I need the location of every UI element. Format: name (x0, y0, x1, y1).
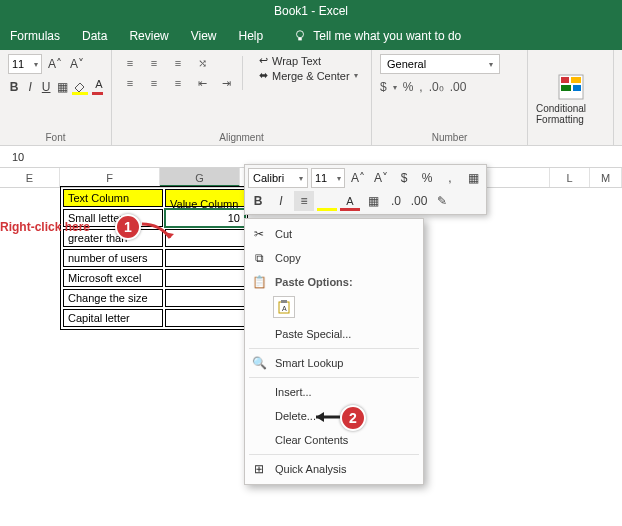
fill-color-button[interactable] (72, 79, 88, 95)
font-size-value: 11 (12, 58, 24, 70)
mini-bold-button[interactable]: B (248, 191, 268, 211)
data-table: Text Column Value Column Small letters10… (60, 186, 248, 330)
ctx-paste-special[interactable]: Paste Special... (245, 322, 423, 346)
col-header-L[interactable]: L (550, 168, 590, 187)
mini-font-select[interactable]: Calibri▾ (248, 168, 308, 188)
mini-size-select[interactable]: 11▾ (311, 168, 345, 188)
col-header-M[interactable]: M (590, 168, 622, 187)
clipboard-icon: A (277, 300, 291, 314)
wrap-text-label: Wrap Text (272, 55, 321, 67)
mini-font-color-button[interactable]: A (340, 191, 360, 211)
tell-me-label: Tell me what you want to do (313, 29, 461, 43)
mini-format-button[interactable]: ▦ (463, 168, 483, 188)
increase-decimal-button[interactable]: .0₀ (429, 80, 444, 94)
tell-me[interactable]: Tell me what you want to do (293, 29, 461, 43)
svg-rect-8 (281, 300, 287, 303)
number-format-select[interactable]: General ▾ (380, 54, 500, 74)
merge-center-button[interactable]: ⬌ Merge & Center ▾ (259, 69, 358, 82)
mini-shrink-font-button[interactable]: A˅ (371, 168, 391, 188)
arrow-icon (310, 409, 344, 425)
chevron-down-icon: ▾ (337, 174, 341, 183)
font-size-select[interactable]: 11 ▾ (8, 54, 42, 74)
paste-option-all[interactable]: A (273, 296, 295, 318)
currency-button[interactable]: $ (380, 80, 387, 94)
tab-data[interactable]: Data (82, 29, 107, 43)
svg-rect-3 (561, 77, 569, 83)
cut-icon: ✂ (251, 226, 267, 242)
align-bottom-button[interactable]: ≡ (168, 54, 188, 72)
borders-button[interactable]: ▦ (56, 78, 68, 96)
ctx-copy[interactable]: ⧉ Copy (245, 246, 423, 270)
ctx-insert[interactable]: Insert... (245, 380, 423, 404)
col-header-F[interactable]: F (60, 168, 160, 187)
align-center-button[interactable]: ≡ (144, 74, 164, 92)
title-bar: Book1 - Excel (0, 0, 622, 22)
tab-review[interactable]: Review (129, 29, 168, 43)
ctx-clear-contents[interactable]: Clear Contents (245, 428, 423, 452)
comma-button[interactable]: , (419, 80, 422, 94)
cell-value[interactable] (165, 249, 245, 267)
header-value-column[interactable]: Value Column (165, 189, 245, 207)
ctx-paste-options-header: 📋 Paste Options: (245, 270, 423, 294)
wrap-text-button[interactable]: ↩ Wrap Text (259, 54, 358, 67)
underline-button[interactable]: U (40, 78, 52, 96)
mini-comma-button[interactable]: , (440, 168, 460, 188)
conditional-formatting-button[interactable]: Conditional Formatting (536, 73, 605, 125)
ribbon-tabs: Formulas Data Review View Help Tell me w… (0, 22, 622, 50)
align-middle-button[interactable]: ≡ (144, 54, 164, 72)
callout-right-click: Right-click here (0, 220, 90, 234)
orientation-button[interactable]: ⤭ (192, 54, 212, 72)
mini-currency-button[interactable]: $ (394, 168, 414, 188)
cell-value[interactable] (165, 309, 245, 327)
mini-decimal-dec-button[interactable]: .00 (409, 191, 429, 211)
increase-font-button[interactable]: A˄ (46, 55, 64, 73)
cell-text[interactable]: Change the size (63, 289, 163, 307)
col-header-E[interactable]: E (0, 168, 60, 187)
mini-align-button[interactable]: ≡ (294, 191, 314, 211)
wrap-text-icon: ↩ (259, 54, 268, 67)
tab-help[interactable]: Help (239, 29, 264, 43)
mini-format-painter-button[interactable]: ✎ (432, 191, 452, 211)
cell-value[interactable] (165, 289, 245, 307)
mini-border-button[interactable]: ▦ (363, 191, 383, 211)
separator (249, 348, 419, 349)
svg-rect-5 (561, 85, 571, 91)
header-text-column[interactable]: Text Column (63, 189, 163, 207)
decrease-font-button[interactable]: A˅ (68, 55, 86, 73)
mini-fill-button[interactable] (317, 191, 337, 211)
mini-italic-button[interactable]: I (271, 191, 291, 211)
decrease-decimal-button[interactable]: .00 (450, 80, 467, 94)
cell-value[interactable] (165, 269, 245, 287)
align-top-button[interactable]: ≡ (120, 54, 140, 72)
separator (249, 454, 419, 455)
cell-text[interactable]: Microsoft excel (63, 269, 163, 287)
mini-percent-button[interactable]: % (417, 168, 437, 188)
svg-rect-6 (573, 85, 581, 91)
italic-button[interactable]: I (24, 78, 36, 96)
ctx-quick-analysis[interactable]: ⊞ Quick Analysis (245, 457, 423, 481)
tab-view[interactable]: View (191, 29, 217, 43)
col-header-G[interactable]: G (160, 168, 240, 187)
ctx-cut[interactable]: ✂ Cut (245, 222, 423, 246)
group-font-label: Font (8, 130, 103, 143)
chevron-down-icon: ▾ (354, 71, 358, 80)
decrease-indent-button[interactable]: ⇤ (192, 74, 212, 92)
search-icon: 🔍 (251, 355, 267, 371)
cell-text[interactable]: Capital letter (63, 309, 163, 327)
percent-button[interactable]: % (403, 80, 414, 94)
mini-grow-font-button[interactable]: A˄ (348, 168, 368, 188)
bold-button[interactable]: B (8, 78, 20, 96)
tab-formulas[interactable]: Formulas (10, 29, 60, 43)
svg-point-0 (297, 31, 304, 38)
increase-indent-button[interactable]: ⇥ (216, 74, 236, 92)
align-left-button[interactable]: ≡ (120, 74, 140, 92)
context-menu: ✂ Cut ⧉ Copy 📋 Paste Options: A Paste Sp… (244, 218, 424, 485)
svg-rect-4 (571, 77, 581, 83)
ctx-smart-lookup[interactable]: 🔍 Smart Lookup (245, 351, 423, 375)
number-format-value: General (387, 58, 426, 70)
group-alignment-label: Alignment (120, 130, 363, 143)
font-color-button[interactable]: A (92, 79, 103, 95)
align-right-button[interactable]: ≡ (168, 74, 188, 92)
mini-decimal-inc-button[interactable]: .0 (386, 191, 406, 211)
cell-text[interactable]: number of users (63, 249, 163, 267)
